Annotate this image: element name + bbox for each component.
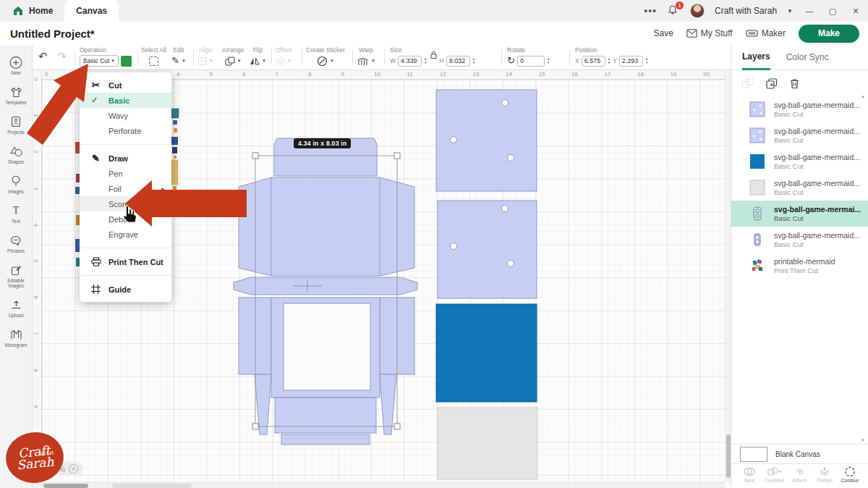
selection-handle[interactable] [394, 424, 400, 429]
menu-item-wavy[interactable]: Wavy [80, 108, 171, 123]
layer-row[interactable]: svg-ball-game-mermaid...Basic Cut [731, 148, 868, 174]
gray-square-shape[interactable] [438, 408, 537, 479]
menu-item-perforate[interactable]: Perforate [80, 123, 171, 138]
warp-button[interactable]: Warp ▼ [357, 46, 375, 68]
menu-item-draw[interactable]: ✎ Draw [80, 151, 171, 166]
height-input[interactable]: 8.032 [446, 56, 470, 67]
account-chevron-down-icon[interactable]: ▼ [787, 8, 793, 14]
slice-icon [744, 466, 755, 477]
flatten-button: Flatten [812, 466, 837, 483]
layer-row[interactable]: svg-ball-game-mermaid...Basic Cut [731, 174, 868, 201]
box-template-shape[interactable] [234, 138, 417, 445]
tab-home-label: Home [29, 6, 53, 16]
sidebar-item-editable-images[interactable]: Editable Images [0, 258, 33, 293]
rotate-group: Rotate ↻ 0 ▲▼ [507, 46, 550, 68]
create-sticker-icon [317, 56, 328, 67]
select-all-button[interactable]: Select All [141, 46, 166, 68]
undo-button[interactable]: ↶ [38, 50, 48, 63]
menu-item-engrave[interactable]: Engrave [80, 227, 171, 242]
horizontal-scroll-thumb[interactable] [43, 484, 88, 488]
width-stepper[interactable]: ▲▼ [424, 57, 427, 64]
sidebar-item-shapes[interactable]: Shapes [0, 140, 33, 169]
sidebar-item-projects[interactable]: Projects [0, 110, 33, 140]
menu-item-pen[interactable]: Pen [80, 166, 171, 181]
position-x-stepper[interactable]: ▲▼ [608, 57, 610, 64]
tab-color-sync[interactable]: Color Sync [786, 45, 829, 70]
group-icon [741, 78, 754, 89]
lock-icon[interactable] [430, 51, 438, 59]
avatar[interactable] [690, 4, 705, 18]
selection-handle[interactable] [394, 153, 400, 159]
window-maximize-button[interactable]: ▢ [826, 7, 839, 16]
contour-button[interactable]: Contour [838, 466, 862, 483]
canvas-vertical-scrollbar[interactable] [725, 70, 731, 482]
rotate-stepper[interactable]: ▲▼ [547, 57, 550, 64]
templates-icon [9, 85, 22, 98]
menu-item-foil[interactable]: Foil ▸ [80, 181, 171, 196]
overflow-menu-icon[interactable]: ••• [644, 5, 657, 17]
rotate-icon[interactable]: ↻ [507, 56, 515, 66]
width-input[interactable]: 4.339 [398, 56, 422, 67]
sidebar-item-upload[interactable]: Upload [0, 293, 33, 323]
menu-item-cut[interactable]: ✂ Cut [80, 77, 171, 93]
projects-icon [9, 115, 22, 128]
my-stuff-button[interactable]: My Stuff [686, 28, 733, 38]
color-swatch[interactable] [121, 56, 132, 67]
make-button[interactable]: Make [799, 25, 859, 43]
tab-canvas[interactable]: Canvas [64, 0, 119, 22]
notifications-button[interactable]: 1 [667, 4, 680, 17]
edit-toolbar: ↶ ↷ Operation Basic Cut ▼ Select All Edi… [33, 45, 731, 70]
sidebar-item-new[interactable]: New [0, 51, 33, 80]
window-close-button[interactable]: ✕ [849, 7, 862, 16]
delete-icon[interactable] [790, 78, 799, 89]
flip-button[interactable]: Flip ▼ [250, 46, 266, 68]
layer-thumbnail [749, 153, 766, 170]
attach-button: Attach [788, 466, 812, 483]
selection-handle[interactable] [252, 424, 258, 429]
layer-row[interactable]: svg-ball-game-mermaid...Basic Cut [731, 227, 868, 253]
rotate-input[interactable]: 0 [517, 56, 545, 67]
sidebar-item-monogram[interactable]: Monogram [0, 323, 33, 353]
position-y-stepper[interactable]: ▲▼ [645, 57, 648, 64]
menu-item-guide[interactable]: Guide [80, 282, 171, 297]
blue-square-shape[interactable] [436, 304, 537, 402]
arrange-icon [225, 56, 235, 66]
sidebar-item-text[interactable]: T Text [0, 199, 33, 229]
operation-dropdown[interactable]: Basic Cut ▼ [80, 55, 119, 67]
layer-row[interactable]: svg-ball-game-mermaid...Basic Cut [731, 122, 868, 148]
square-shape-2[interactable] [438, 201, 537, 298]
blank-canvas-row[interactable]: Blank Canvas [731, 444, 868, 463]
edit-button[interactable]: Edit ✎▼ [171, 46, 186, 68]
layer-row[interactable]: svg-ball-game-mermaid...Basic Cut [731, 96, 868, 122]
save-button[interactable]: Save [654, 28, 673, 38]
project-title: Untitled Project* [10, 28, 95, 40]
tab-home[interactable]: Home [0, 0, 64, 22]
position-y-input[interactable]: 2.293 [619, 56, 643, 67]
duplicate-icon[interactable] [766, 78, 778, 89]
window-minimize-button[interactable]: — [803, 7, 816, 15]
layers-scroll-down-icon[interactable]: ▼ [861, 438, 865, 442]
menu-item-print-then-cut[interactable]: Print Then Cut [80, 254, 171, 269]
redo-button[interactable]: ↷ [57, 50, 67, 63]
sidebar-item-templates[interactable]: Templates [0, 80, 33, 110]
square-shape-1[interactable] [436, 90, 537, 191]
account-name[interactable]: Craft with Sarah [715, 6, 777, 16]
top-bar: Home Canvas ••• 1 Craft with Sarah ▼ — ▢… [0, 0, 868, 22]
sidebar-item-images[interactable]: Images [0, 169, 33, 199]
arrange-button[interactable]: Arrange ▼ [222, 46, 244, 68]
tab-layers[interactable]: Layers [742, 45, 770, 70]
position-x-input[interactable]: 6.575 [582, 56, 605, 67]
maker-machine-button[interactable]: Maker [746, 28, 786, 38]
blank-canvas-swatch[interactable] [740, 447, 767, 462]
zoom-in-icon[interactable]: + [69, 464, 78, 474]
create-sticker-button[interactable]: Create Sticker ▼ [306, 46, 345, 68]
layer-row-selected[interactable]: svg-ball-game-mermai...Basic Cut [731, 201, 868, 227]
warp-icon [357, 56, 369, 66]
height-stepper[interactable]: ▲▼ [472, 57, 475, 64]
chevron-down-icon: ▼ [111, 59, 115, 63]
canvas-horizontal-scrollbar[interactable] [33, 482, 725, 488]
selection-handle[interactable] [252, 153, 258, 159]
layer-row[interactable]: printable-mermaidPrint Then Cut [731, 253, 868, 279]
menu-item-basic[interactable]: ✓ Basic [80, 93, 171, 108]
sidebar-item-phrases[interactable]: Phrases [0, 229, 33, 258]
